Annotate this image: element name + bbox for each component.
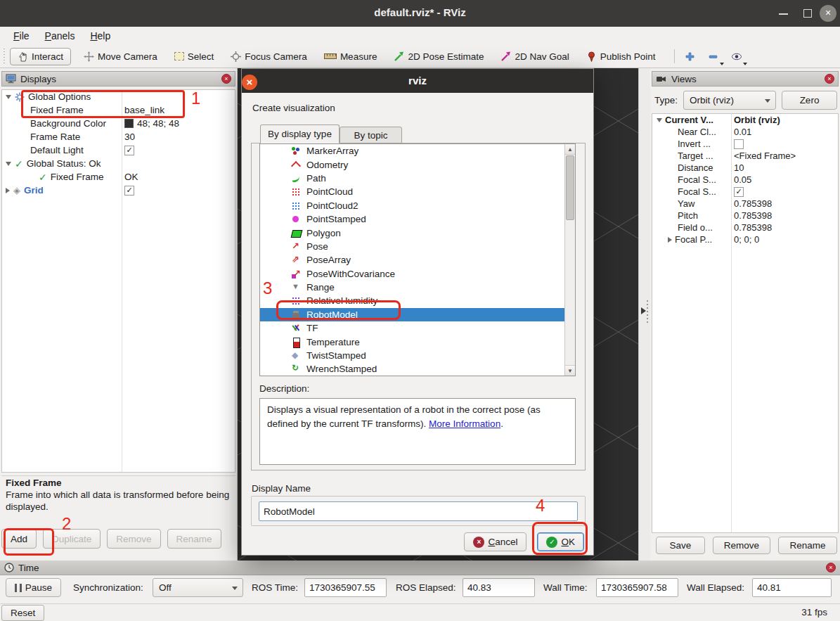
display-type-item[interactable]: Polygon [260, 226, 575, 239]
menu-panels[interactable]: Panels [37, 28, 83, 44]
tree-row-frame-rate[interactable]: Frame Rate 30 [2, 130, 235, 143]
display-type-item[interactable]: RelativeHumidity [260, 294, 575, 307]
list-scrollbar[interactable]: ▲ ▼ [564, 144, 575, 376]
wall-elapsed-input[interactable] [752, 578, 832, 597]
close-displays-panel-button[interactable]: × [221, 74, 231, 84]
reset-button[interactable]: Reset [1, 605, 44, 621]
expander-down-icon[interactable] [6, 162, 11, 166]
view-row-focal-point[interactable]: Focal P... 0; 0; 0 [652, 233, 838, 245]
menu-help[interactable]: Help [82, 28, 118, 44]
tab-by-display-type[interactable]: By display type [260, 124, 340, 143]
tab-by-topic[interactable]: By topic [340, 127, 402, 143]
display-type-item[interactable]: PointCloud2 [260, 199, 575, 212]
scrollbar-thumb[interactable] [566, 155, 574, 220]
scroll-up-icon[interactable]: ▲ [565, 144, 575, 155]
tool-publish-point[interactable]: Publish Point [586, 51, 656, 62]
tool-2d-pose-estimate[interactable]: 2D Pose Estimate [394, 51, 484, 62]
display-type-item[interactable]: Range [260, 281, 575, 294]
save-view-button[interactable]: Save [656, 537, 705, 554]
display-type-item[interactable]: Path [260, 172, 575, 185]
display-type-item[interactable]: WrenchStamped [260, 362, 575, 376]
ros-time-input[interactable] [304, 578, 387, 597]
color-swatch[interactable] [124, 119, 134, 128]
remove-display-button[interactable]: Remove [107, 529, 160, 549]
display-type-item[interactable]: Temperature [260, 335, 575, 348]
view-prop-value[interactable]: 0.785398 [731, 222, 772, 233]
tool-select[interactable]: Select [174, 51, 214, 62]
duplicate-display-button[interactable]: Duplicate [43, 529, 101, 549]
close-time-panel-button[interactable]: × [826, 563, 836, 572]
view-prop-value[interactable]: 0.785398 [731, 210, 772, 221]
pause-button[interactable]: Pause [6, 578, 61, 597]
add-display-button[interactable]: Add [1, 529, 37, 549]
ros-elapsed-input[interactable] [463, 578, 535, 597]
menu-file[interactable]: File [6, 28, 37, 44]
view-row-pitch[interactable]: Pitch 0.785398 [652, 210, 838, 222]
expander-down-icon[interactable] [6, 95, 11, 99]
zero-button[interactable]: Zero [782, 91, 837, 110]
view-prop-value[interactable]: 0.05 [731, 174, 751, 185]
display-type-item[interactable]: Pose [260, 240, 575, 253]
view-row-yaw[interactable]: Yaw 0.785398 [652, 198, 838, 210]
display-type-item[interactable]: MarkerArray [260, 144, 575, 158]
tree-row-background-color[interactable]: Background Color 48; 48; 48 [2, 117, 235, 130]
wall-time-input[interactable] [596, 578, 678, 597]
minimize-button[interactable] [779, 13, 788, 15]
tool-interact[interactable]: Interact [10, 48, 71, 65]
tree-row-global-options[interactable]: Global Options [2, 90, 235, 103]
toolbar-grip[interactable] [3, 49, 7, 64]
tool-move-camera[interactable]: Move Camera [84, 51, 157, 62]
expander-down-icon[interactable] [657, 118, 662, 122]
display-type-item[interactable]: Odometry [260, 158, 575, 171]
view-row-invert[interactable]: Invert ... [652, 138, 838, 150]
tool-focus-camera[interactable]: Focus Camera [231, 51, 307, 62]
more-information-link[interactable]: More Information [429, 418, 500, 429]
checkbox-checked[interactable]: ✓ [734, 187, 744, 197]
property-value[interactable]: 30 [122, 132, 135, 142]
dialog-close-button[interactable]: × [242, 75, 257, 90]
property-value[interactable]: 48; 48; 48 [137, 118, 179, 129]
view-row-current[interactable]: Current V... Orbit (rviz) [652, 114, 838, 126]
display-name-input[interactable] [259, 501, 578, 521]
view-row-near-clip[interactable]: Near Cl... 0.01 [652, 126, 838, 138]
view-row-focal-shape-fixed[interactable]: Focal S... ✓ [652, 186, 838, 198]
display-type-item[interactable]: TF [260, 321, 575, 335]
view-row-field-of-view[interactable]: Field o... 0.785398 [652, 222, 838, 233]
cancel-button[interactable]: × Cancel [464, 532, 526, 551]
tree-row-global-status[interactable]: ✓ Global Status: Ok [2, 157, 235, 170]
rename-display-button[interactable]: Rename [167, 529, 221, 549]
close-views-panel-button[interactable]: × [825, 74, 834, 84]
remove-tool-button[interactable] [705, 48, 722, 65]
display-type-item[interactable]: PoseWithCovariance [260, 267, 575, 281]
checkbox-checked[interactable]: ✓ [124, 186, 134, 196]
tree-row-fixed-frame-status[interactable]: ✓ Fixed Frame OK [2, 170, 235, 184]
display-type-item[interactable]: PointCloud [260, 185, 575, 198]
view-prop-value[interactable]: 0.785398 [731, 198, 772, 209]
sync-select[interactable]: Off [153, 578, 243, 597]
view-row-distance[interactable]: Distance 10 [652, 162, 838, 174]
ok-button[interactable]: ✓ OK [537, 532, 584, 551]
expander-right-icon[interactable] [6, 188, 10, 193]
visibility-tool-button[interactable] [728, 48, 745, 65]
remove-view-button[interactable]: Remove [713, 537, 770, 554]
scroll-down-icon[interactable]: ▼ [565, 365, 575, 376]
display-type-item[interactable]: PointStamped [260, 212, 575, 226]
rename-view-button[interactable]: Rename [778, 537, 837, 554]
tree-row-default-light[interactable]: Default Light ✓ [2, 143, 235, 157]
display-type-item[interactable]: PoseArray [260, 253, 575, 267]
close-button[interactable]: × [820, 5, 836, 22]
view-prop-value[interactable]: 0.01 [731, 127, 751, 137]
expand-panel-handle[interactable] [641, 307, 646, 314]
add-tool-button[interactable] [682, 48, 699, 65]
display-type-item[interactable]: RobotModel [260, 308, 575, 321]
view-prop-value[interactable]: 0; 0; 0 [731, 234, 759, 245]
expander-right-icon[interactable] [668, 237, 672, 243]
view-row-focal-shape-size[interactable]: Focal S... 0.05 [652, 174, 838, 186]
view-type-select[interactable]: Orbit (rviz) [683, 91, 776, 110]
display-type-item[interactable]: TwistStamped [260, 349, 575, 362]
tool-2d-nav-goal[interactable]: 2D Nav Goal [500, 51, 569, 62]
view-row-target[interactable]: Target ... <Fixed Frame> [652, 150, 838, 162]
view-prop-value[interactable]: 10 [731, 162, 744, 173]
tree-row-grid[interactable]: ◈ Grid ✓ [2, 184, 235, 197]
tree-row-fixed-frame[interactable]: Fixed Frame base_link [2, 103, 235, 117]
